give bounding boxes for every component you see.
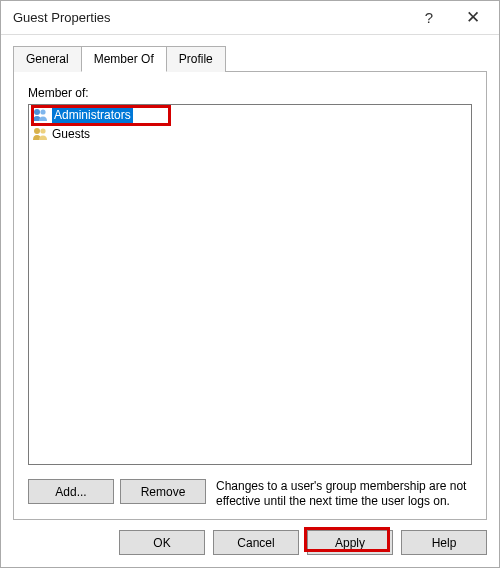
help-button[interactable]: Help <box>401 530 487 555</box>
svg-point-0 <box>34 109 40 115</box>
tab-profile[interactable]: Profile <box>166 46 226 72</box>
member-of-label: Member of: <box>28 86 472 100</box>
tab-memberof[interactable]: Member Of <box>81 46 167 72</box>
close-icon[interactable]: ✕ <box>451 1 495 35</box>
member-listbox[interactable]: Administrators Guests <box>28 104 472 465</box>
memberof-button-group: Add... Remove <box>28 479 206 504</box>
list-item[interactable]: Administrators <box>29 105 471 124</box>
tab-general[interactable]: General <box>13 46 82 72</box>
dialog-button-row: OK Cancel Apply Help <box>1 520 499 567</box>
group-icon <box>32 107 48 123</box>
help-icon[interactable]: ? <box>407 1 451 35</box>
list-item-label: Administrators <box>52 107 133 123</box>
group-icon <box>32 126 48 142</box>
ok-button[interactable]: OK <box>119 530 205 555</box>
window-title: Guest Properties <box>13 10 407 25</box>
memberof-bottom-area: Add... Remove Changes to a user's group … <box>28 479 472 509</box>
membership-hint: Changes to a user's group membership are… <box>216 479 472 509</box>
svg-point-1 <box>40 109 45 114</box>
svg-point-3 <box>40 128 45 133</box>
guest-properties-dialog: Guest Properties ? ✕ General Member Of P… <box>0 0 500 568</box>
titlebar: Guest Properties ? ✕ <box>1 1 499 35</box>
remove-button[interactable]: Remove <box>120 479 206 504</box>
tab-content-memberof: Member of: Administrators <box>13 71 487 520</box>
cancel-button[interactable]: Cancel <box>213 530 299 555</box>
apply-button[interactable]: Apply <box>307 530 393 555</box>
list-item[interactable]: Guests <box>29 124 471 143</box>
add-button[interactable]: Add... <box>28 479 114 504</box>
tab-strip: General Member Of Profile <box>13 45 487 71</box>
list-item-label: Guests <box>52 126 90 142</box>
tab-area: General Member Of Profile Member of: <box>13 45 487 520</box>
svg-point-2 <box>34 128 40 134</box>
